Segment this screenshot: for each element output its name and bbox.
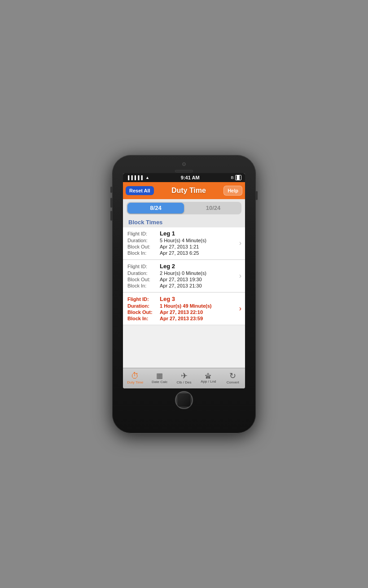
tab-clb-des-label: Clb / Des [177,380,192,384]
tab-app-lnd-label: App / Lnd [201,379,216,383]
duration-row-2: Duration: 2 Hour(s) 0 Minute(s) [127,270,241,276]
duration-row-3: Duration: 1 Hour(s) 49 Minute(s) [127,303,241,309]
battery-icon: █ [235,175,241,180]
signal-icon: ▐▐▐▐▐ [127,175,143,180]
block-in-label-1: Block In: [127,250,160,256]
duration-label-2: Duration: [127,270,160,276]
section-header-block-times: Block Times [123,217,245,227]
block-in-row-2: Block In: Apr 27, 2013 21:30 [127,283,241,288]
block-in-row-1: Block In: Apr 27, 2013 6:25 [127,250,241,256]
tab-duty-time-label: Duty Time [127,380,143,384]
block-out-row-1: Block Out: Apr 27, 2013 1:21 [127,244,241,249]
flight-id-row-1: Flight ID: Leg 1 [127,230,241,237]
block-in-label-3: Block In: [127,316,160,321]
flight-id-label-3: Flight ID: [127,296,160,302]
duration-value-3: 1 Hour(s) 49 Minute(s) [160,303,212,309]
chevron-right-icon-2: › [239,272,241,280]
tab-clb-des[interactable]: ✈ Clb / Des [172,372,196,384]
block-in-value-2: Apr 27, 2013 21:30 [160,283,202,288]
duration-row-1: Duration: 5 Hour(s) 4 Minute(s) [127,238,241,243]
power-button[interactable] [256,191,258,200]
block-out-value-1: Apr 27, 2013 1:21 [160,244,199,249]
phone-bottom [175,391,193,409]
block-in-row-3: Block In: Apr 27, 2013 23:59 [127,316,241,321]
chevron-right-icon-1: › [239,239,241,247]
home-button-inner [177,393,191,407]
block-out-label-2: Block Out: [127,277,160,282]
volume-down-button[interactable] [110,211,112,221]
app-lnd-icon: 🛣 [205,373,211,379]
duration-value-1: 5 Hour(s) 4 Minute(s) [160,238,206,243]
flight-id-value-2: Leg 2 [160,263,175,270]
clb-des-icon: ✈ [181,372,188,380]
flight-card-leg3[interactable]: Flight ID: Leg 3 Duration: 1 Hour(s) 49 … [123,293,245,325]
block-out-label-1: Block Out: [127,244,160,249]
flight-card-leg1[interactable]: Flight ID: Leg 1 Duration: 5 Hour(s) 4 M… [123,227,245,260]
flight-id-row-3: Flight ID: Leg 3 [127,296,241,302]
camera [182,162,186,166]
block-in-label-2: Block In: [127,283,160,288]
status-bar: ▐▐▐▐▐ ▲ 9:41 AM B █ [123,173,245,182]
flight-card-leg2[interactable]: Flight ID: Leg 2 Duration: 2 Hour(s) 0 M… [123,260,245,292]
block-out-label-3: Block Out: [127,309,160,315]
duty-time-icon: ⏱ [131,372,139,380]
flight-list: Flight ID: Leg 1 Duration: 5 Hour(s) 4 M… [123,227,245,368]
reset-all-button[interactable]: Reset All [126,186,154,195]
block-out-row-2: Block Out: Apr 27, 2013 19:30 [127,277,241,282]
volume-up-button[interactable] [110,198,112,208]
convert-icon: ↻ [229,372,236,380]
block-in-value-1: Apr 27, 2013 6:25 [160,250,199,256]
nav-bar: Reset All Duty Time Help [123,182,245,199]
wifi-icon: ▲ [145,175,149,180]
tab-app-lnd[interactable]: 🛣 App / Lnd [196,373,220,383]
home-button[interactable] [175,391,193,409]
bluetooth-icon: B [231,175,234,180]
phone-frame: ▐▐▐▐▐ ▲ 9:41 AM B █ Reset All Duty Time … [112,155,256,433]
mute-button[interactable] [110,187,112,193]
segmented-control: 8/24 10/24 [127,202,241,214]
flight-id-row-2: Flight ID: Leg 2 [127,263,241,270]
tab-convert[interactable]: ↻ Convert [221,372,245,384]
block-out-value-3: Apr 27, 2013 22:10 [160,309,203,315]
help-button[interactable]: Help [223,186,242,196]
duration-value-2: 2 Hour(s) 0 Minute(s) [160,270,206,276]
block-out-value-2: Apr 27, 2013 19:30 [160,277,202,282]
flight-id-value-1: Leg 1 [160,230,175,237]
chevron-right-icon-3: › [239,305,241,313]
segment-10-24[interactable]: 10/24 [185,202,241,214]
tab-bar: ⏱ Duty Time ▦ Date Calc ✈ Clb / Des 🛣 Ap… [123,368,245,388]
block-in-value-3: Apr 27, 2013 23:59 [160,316,203,321]
status-time: 9:41 AM [181,175,200,180]
phone-screen: ▐▐▐▐▐ ▲ 9:41 AM B █ Reset All Duty Time … [123,173,245,388]
tab-duty-time[interactable]: ⏱ Duty Time [123,372,147,384]
duration-label-3: Duration: [127,303,160,309]
status-right: B █ [231,175,241,180]
phone-top [116,161,252,173]
date-calc-icon: ▦ [156,372,163,379]
status-left: ▐▐▐▐▐ ▲ [127,175,149,180]
block-out-row-3: Block Out: Apr 27, 2013 22:10 [127,309,241,315]
tab-date-calc[interactable]: ▦ Date Calc [147,372,171,384]
nav-title: Duty Time [171,187,206,195]
segment-8-24[interactable]: 8/24 [127,203,184,213]
speaker [175,170,193,172]
duration-label-1: Duration: [127,238,160,243]
tab-convert-label: Convert [227,380,239,384]
flight-id-label-1: Flight ID: [127,231,160,236]
flight-id-value-3: Leg 3 [160,296,175,302]
flight-id-label-2: Flight ID: [127,264,160,269]
tab-date-calc-label: Date Calc [152,380,167,384]
